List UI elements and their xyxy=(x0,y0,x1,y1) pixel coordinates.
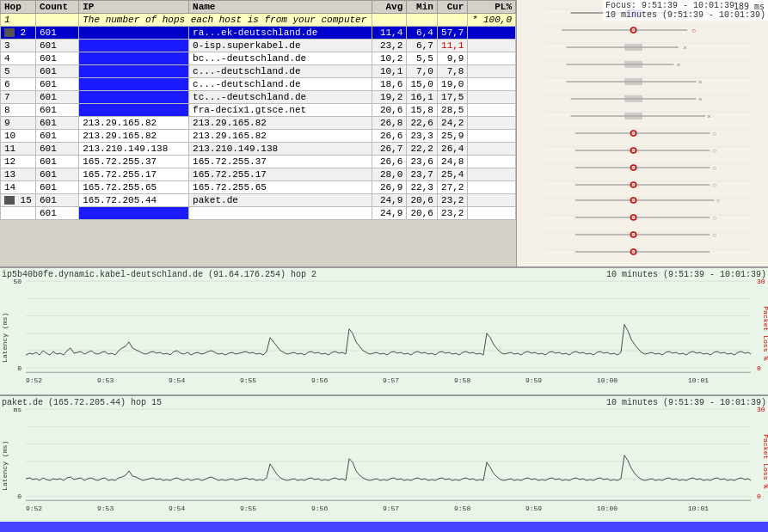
cell-pl xyxy=(468,40,516,52)
col-cur: Cur xyxy=(437,1,468,14)
spark-svg: × ○ × × × × xyxy=(517,0,768,266)
scrollbar[interactable] xyxy=(0,522,768,532)
cell-avg: 26,6 xyxy=(372,156,407,168)
table-row[interactable]: 11 601 213.210.149.138 213.210.149.138 2… xyxy=(1,143,516,156)
cell-avg: 26,8 xyxy=(372,117,407,130)
cell-hop xyxy=(1,207,36,220)
svg-text:Latency (ms): Latency (ms) xyxy=(1,440,9,490)
table-row[interactable]: 10 601 213.29.165.82 213.29.165.82 26,6 … xyxy=(1,130,516,143)
cell-avg: 18,6 xyxy=(372,78,407,91)
cell-cur: 7,8 xyxy=(437,65,468,78)
cell-hop: 14 xyxy=(1,181,36,194)
svg-text:0: 0 xyxy=(17,364,22,372)
cell-name: ra...ek-deutschland.de xyxy=(189,27,372,40)
cell-hop: 12 xyxy=(1,156,36,168)
table-row[interactable]: 601 24,9 20,6 23,2 xyxy=(1,207,516,220)
cell-hop: 2 xyxy=(1,27,36,40)
cell-pl xyxy=(468,91,516,104)
cell-avg: 24,9 xyxy=(372,194,407,207)
cell-count: 601 xyxy=(36,65,79,78)
cell-count: 601 xyxy=(36,117,79,130)
table-row[interactable]: 7 601 tc...‑deutschland.de 19,2 16,1 17,… xyxy=(1,91,516,104)
cell-avg: 24,9 xyxy=(372,207,407,220)
cell-count: 601 xyxy=(36,27,79,40)
cell-name xyxy=(189,207,372,220)
cell-ip: 213.210.149.138 xyxy=(79,143,189,156)
cell-min: 23,7 xyxy=(407,168,438,181)
cell-ip xyxy=(79,78,189,91)
cell-min: 16,1 xyxy=(407,91,438,104)
cell-pl xyxy=(468,207,516,220)
cell-ip: 165.72.255.37 xyxy=(79,156,189,168)
table-row[interactable]: 12 601 165.72.255.37 165.72.255.37 26,6 … xyxy=(1,156,516,168)
svg-text:○: ○ xyxy=(712,164,716,172)
table-row[interactable]: 3 601 0-isp.superkabel.de 23,2 6,7 11,1 xyxy=(1,40,516,52)
cell-min: 6,7 xyxy=(407,40,438,52)
cell-hop: 15 xyxy=(1,194,36,207)
cell-hop: 7 xyxy=(1,91,36,104)
svg-text:0: 0 xyxy=(17,492,22,500)
svg-text:○: ○ xyxy=(712,147,716,155)
svg-text:9:56: 9:56 xyxy=(311,376,328,384)
svg-rect-27 xyxy=(624,61,642,68)
cell-avg: 10,1 xyxy=(372,65,407,78)
chart2-svg: 9:52 9:53 9:54 9:55 9:56 9:57 9:58 9:59 … xyxy=(0,396,768,523)
cell-count: 601 xyxy=(36,130,79,143)
cell-count: 601 xyxy=(36,168,79,181)
cell-name: 0-isp.superkabel.de xyxy=(189,40,372,52)
bottom-charts: ip5b40b0fe.dynamic.kabel-deutschland.de … xyxy=(0,266,768,522)
svg-text:10:00: 10:00 xyxy=(597,376,617,384)
svg-text:9:56: 9:56 xyxy=(311,504,328,512)
svg-text:Latency (ms): Latency (ms) xyxy=(1,313,9,363)
table-row[interactable]: 4 601 bc...‑deutschland.de 10,2 5,5 9,9 xyxy=(1,52,516,65)
svg-text:×: × xyxy=(707,113,711,120)
cell-min: 22,2 xyxy=(407,143,438,156)
cell-ip: 165.72.255.17 xyxy=(79,168,189,181)
col-min: Min xyxy=(407,1,438,14)
cell-name: 165.72.255.37 xyxy=(189,156,372,168)
table-row[interactable]: 9 601 213.29.165.82 213.29.165.82 26,8 2… xyxy=(1,117,516,130)
cell-hop: 6 xyxy=(1,78,36,91)
bar-icon xyxy=(4,196,15,205)
cell-cur: 24,8 xyxy=(437,156,468,168)
cell-name: fra-decix1.gtsce.net xyxy=(189,104,372,117)
svg-text:×: × xyxy=(677,61,681,69)
cell-ip xyxy=(79,91,189,104)
cell-cur: 25,4 xyxy=(437,168,468,181)
svg-rect-36 xyxy=(624,113,642,119)
table-row[interactable]: 2 601 ra...ek-deutschland.de 11,4 6,4 57… xyxy=(1,27,516,40)
svg-text:9:52: 9:52 xyxy=(26,376,42,384)
cell-count: 601 xyxy=(36,156,79,168)
svg-text:0: 0 xyxy=(757,364,761,372)
cell-cur: 28,5 xyxy=(437,104,468,117)
col-ip: IP xyxy=(79,1,189,14)
cell-count: 601 xyxy=(36,194,79,207)
table-row[interactable]: 6 601 c...‑deutschland.de 18,6 15,0 19,0 xyxy=(1,78,516,91)
cell-min: 15,0 xyxy=(407,78,438,91)
info-row: 1 The number of hops each host is from y… xyxy=(1,14,516,27)
cell-hop: 5 xyxy=(1,65,36,78)
cell-pl xyxy=(468,181,516,194)
cell-avg: 28,0 xyxy=(372,168,407,181)
cell-pl xyxy=(468,194,516,207)
col-pl: PL% xyxy=(468,1,516,14)
table-row[interactable]: 13 601 165.72.255.17 165.72.255.17 28,0 … xyxy=(1,168,516,181)
cell-min: 20,6 xyxy=(407,194,438,207)
cell-cur: 26,4 xyxy=(437,143,468,156)
cell-name: 213.210.149.138 xyxy=(189,143,372,156)
table-row[interactable]: 5 601 c...‑deutschland.de 10,1 7,0 7,8 xyxy=(1,65,516,78)
table-row[interactable]: 8 601 fra-decix1.gtsce.net 20,6 15,8 28,… xyxy=(1,104,516,117)
svg-text:○: ○ xyxy=(712,181,716,189)
cell-pl xyxy=(468,156,516,168)
cell-ip: 165.72.255.65 xyxy=(79,181,189,194)
table-row[interactable]: 14 601 165.72.255.65 165.72.255.65 26,9 … xyxy=(1,181,516,194)
cell-min: 23,6 xyxy=(407,156,438,168)
cell-count: 601 xyxy=(36,207,79,220)
cell-count: 601 xyxy=(36,104,79,117)
cell-pl xyxy=(468,104,516,117)
table-row[interactable]: 15 601 165.72.205.44 paket.de 24,9 20,6 … xyxy=(1,194,516,207)
svg-text:×: × xyxy=(698,95,703,103)
cell-count: 601 xyxy=(36,52,79,65)
cell-pl xyxy=(468,78,516,91)
cell-avg: 26,7 xyxy=(372,143,407,156)
